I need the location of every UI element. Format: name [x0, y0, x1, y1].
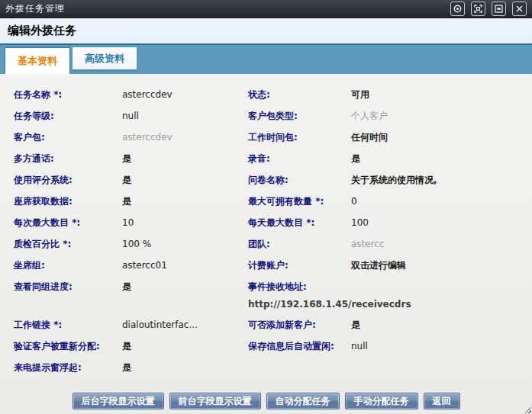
- field: 可否添加新客户: 是: [248, 317, 532, 332]
- field-value[interactable]: 10: [122, 215, 134, 230]
- auto-assign-task-button[interactable]: 自动分配任务: [266, 393, 340, 409]
- field: 问卷名称: 关于系统的使用情况,: [248, 172, 532, 188]
- form-row: 客户包: asterccdev 工作时间包: 任何时间: [0, 127, 532, 148]
- field-label: 客户包:: [14, 130, 122, 145]
- close-icon: [515, 5, 524, 13]
- maximize-button[interactable]: [471, 2, 485, 16]
- field-value[interactable]: dialoutinterfac...: [122, 317, 198, 332]
- field: 录音: 是: [248, 151, 532, 166]
- field-value[interactable]: null: [122, 108, 139, 124]
- field: 多方通话: 是: [0, 151, 248, 166]
- field-value[interactable]: 是: [351, 151, 360, 166]
- tab-advanced-info[interactable]: 高级资料: [73, 47, 137, 72]
- form-row: 多方通话: 是 录音: 是: [0, 148, 532, 169]
- field-label: 状态:: [248, 87, 351, 102]
- field: 任务名称 *: asterccdev: [0, 87, 248, 102]
- field-label: 查看同组进度:: [14, 279, 122, 294]
- field: 事件接收地址: http://192.168.1.45/receivecdrs: [248, 279, 532, 312]
- field-value[interactable]: 是: [122, 194, 131, 209]
- field-label: 多方通话:: [14, 151, 122, 166]
- field-value[interactable]: 是: [351, 317, 360, 332]
- page-header: 编辑外拨任务: [0, 18, 532, 43]
- field-value[interactable]: 0: [351, 194, 357, 209]
- field-label: 可否添加新客户:: [248, 317, 351, 332]
- field: 计费账户: 双击进行编辑: [248, 258, 532, 273]
- field-value[interactable]: astercc01: [122, 258, 167, 273]
- field-value[interactable]: astercc: [351, 236, 385, 252]
- field: 验证客户被重新分配: 是: [0, 339, 248, 354]
- manual-assign-task-button[interactable]: 手动分配任务: [345, 393, 418, 409]
- field-label: 事件接收地址:: [248, 279, 532, 294]
- field-label: 每天最大数目 *:: [248, 215, 351, 230]
- field-label: 验证客户被重新分配:: [14, 339, 122, 354]
- window-title: 外拨任务管理: [5, 2, 450, 15]
- field-label: 录音:: [248, 151, 351, 166]
- field: 保存信息后自动置闲: null: [248, 339, 532, 354]
- form-row: 质检百分比 *: 100 % 团队: astercc: [0, 233, 532, 255]
- field: 每天最大数目 *: 100: [248, 215, 532, 230]
- field-label: 工作时间包:: [248, 130, 351, 145]
- page-title: 编辑外拨任务: [8, 24, 76, 38]
- field: 状态: 可用: [248, 87, 532, 102]
- field: 坐席组: astercc01: [0, 258, 248, 273]
- field-label: 质检百分比 *:: [14, 236, 122, 252]
- form-row: 每次最大数目 *: 10 每天最大数目 *: 100: [0, 212, 532, 233]
- field: 工作链接 *: dialoutinterfac...: [0, 317, 248, 332]
- field-label: 任务名称 *:: [14, 87, 122, 102]
- backend-field-display-settings-button[interactable]: 后台字段显示设置: [73, 393, 164, 409]
- field-label: 客户包类型:: [248, 108, 351, 124]
- field-label: 工作链接 *:: [14, 317, 122, 332]
- field: 客户包: asterccdev: [0, 130, 248, 145]
- restore-button[interactable]: [492, 2, 506, 16]
- title-bar[interactable]: 外拨任务管理: [0, 0, 532, 18]
- field-value[interactable]: 100 %: [122, 236, 151, 252]
- return-button[interactable]: 返回: [424, 393, 460, 409]
- field: 质检百分比 *: 100 %: [0, 236, 248, 252]
- field-value[interactable]: 是: [122, 360, 131, 375]
- field-label: 座席获取数据:: [14, 194, 122, 209]
- field: 客户包类型: 个人客户: [248, 108, 532, 124]
- field-label: 使用评分系统:: [14, 172, 122, 188]
- field: 来电提示窗浮起: 是: [0, 360, 248, 375]
- form-row: 座席获取数据: 是 最大可拥有数量 *: 0: [0, 191, 532, 212]
- field-label: 来电提示窗浮起:: [14, 360, 122, 375]
- field-value[interactable]: 是: [122, 279, 131, 294]
- field: 最大可拥有数量 *: 0: [248, 194, 532, 209]
- field-value[interactable]: http://192.168.1.45/receivecdrs: [248, 297, 532, 312]
- field-label: 团队:: [248, 236, 351, 252]
- field-value[interactable]: 任何时间: [351, 130, 388, 145]
- field: 座席获取数据: 是: [0, 194, 248, 209]
- form-row: 任务名称 *: asterccdev 状态: 可用: [0, 84, 532, 105]
- field-label: 计费账户:: [248, 258, 351, 273]
- field: 查看同组进度: 是: [0, 279, 248, 294]
- field-label: 任务等级:: [14, 108, 122, 124]
- field-value[interactable]: asterccdev: [122, 87, 172, 102]
- field-value[interactable]: asterccdev: [122, 130, 172, 145]
- frontend-field-display-settings-button[interactable]: 前台字段显示设置: [169, 393, 261, 409]
- button-bar: 后台字段显示设置前台字段显示设置自动分配任务手动分配任务返回: [0, 393, 532, 409]
- form-row: 工作链接 *: dialoutinterfac... 可否添加新客户: 是: [0, 314, 532, 335]
- field-value[interactable]: 个人客户: [351, 108, 388, 124]
- form-row: 验证客户被重新分配: 是 保存信息后自动置闲: null: [0, 335, 532, 357]
- field-value[interactable]: 是: [122, 151, 131, 166]
- field-label: 坐席组:: [14, 258, 122, 273]
- field: 任务等级: null: [0, 108, 248, 124]
- field-value[interactable]: 是: [122, 339, 131, 354]
- form-row: 坐席组: astercc01 计费账户: 双击进行编辑: [0, 255, 532, 276]
- form-row: 来电提示窗浮起: 是: [0, 357, 532, 378]
- collapse-button[interactable]: [450, 2, 465, 16]
- close-button[interactable]: [512, 2, 527, 16]
- window-controls: [450, 2, 527, 16]
- field-value[interactable]: 是: [122, 172, 131, 188]
- field: 使用评分系统: 是: [0, 172, 248, 188]
- field: 工作时间包: 任何时间: [248, 130, 532, 145]
- field-label: 保存信息后自动置闲:: [248, 339, 351, 354]
- field-value[interactable]: null: [351, 339, 368, 354]
- field-value[interactable]: 100: [351, 215, 369, 230]
- collapse-icon: [453, 5, 462, 13]
- tab-basic-info[interactable]: 基本资料: [5, 47, 70, 74]
- restore-icon: [495, 5, 503, 13]
- field-value[interactable]: 双击进行编辑: [351, 258, 406, 273]
- field-value[interactable]: 可用: [351, 87, 369, 102]
- field-value[interactable]: 关于系统的使用情况,: [351, 172, 437, 188]
